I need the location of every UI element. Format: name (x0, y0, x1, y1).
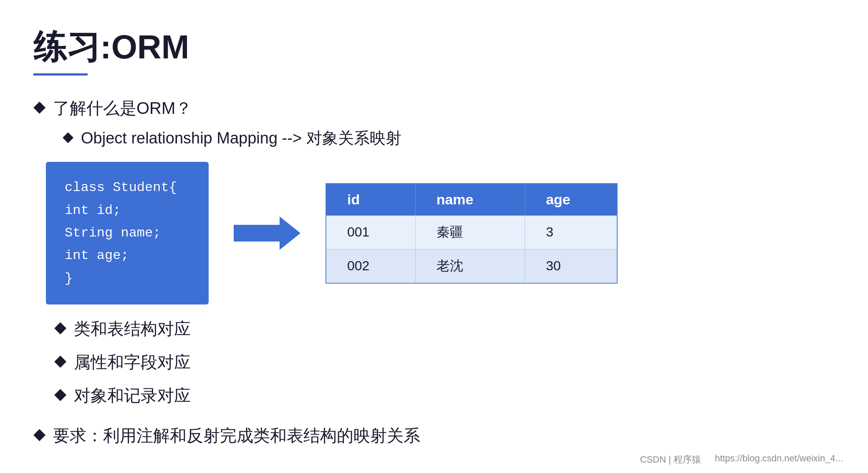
watermark-url: https://blog.csdn.net/weixin_4... (715, 453, 843, 464)
table-row-1: 001 秦疆 3 (326, 215, 617, 249)
code-line-3: String name; (65, 222, 190, 244)
sub-diamond-icon-1: ◆ (63, 127, 73, 146)
list-text-1: 类和表结构对应 (74, 317, 191, 340)
code-line-5: } (65, 267, 190, 290)
csdn-badge-text: CSDN | 程序猿 (640, 453, 701, 466)
list-item-1: ◆ 类和表结构对应 (54, 317, 835, 340)
diagram-area: class Student{ int id; String name; int … (46, 162, 835, 304)
table-cell-name-2: 老沈 (415, 249, 525, 283)
bottom-bullet-text: 要求：利用注解和反射完成类和表结构的映射关系 (53, 424, 420, 447)
sub-bullet-1: ◆ Object relationship Mapping --> 对象关系映射 (63, 127, 835, 149)
diamond-icon-list-2: ◆ (54, 350, 66, 371)
page-title: 练习:ORM (33, 25, 835, 70)
sub-text-1: Object relationship Mapping --> 对象关系映射 (81, 127, 401, 149)
bottom-bullet: ◆ 要求：利用注解和反射完成类和表结构的映射关系 (33, 424, 835, 447)
table-header-age: age (525, 184, 617, 216)
diamond-icon-bottom: ◆ (33, 424, 45, 444)
list-item-2: ◆ 属性和字段对应 (54, 350, 835, 374)
table-cell-name-1: 秦疆 (415, 215, 525, 249)
code-line-1: class Student{ (65, 176, 190, 199)
table-cell-age-1: 3 (525, 215, 617, 249)
bullet-item-1: ◆ 了解什么是ORM？ (33, 96, 835, 120)
bullet-text-1: 了解什么是ORM？ (53, 96, 192, 120)
code-line-4: int age; (65, 244, 190, 267)
table-header-name: name (415, 184, 525, 216)
arrow-icon (234, 214, 300, 252)
sub-bullet-list: ◆ 类和表结构对应 ◆ 属性和字段对应 ◆ 对象和记录对应 (54, 317, 835, 407)
table-cell-id-2: 002 (326, 249, 415, 283)
list-text-3: 对象和记录对应 (74, 384, 191, 407)
diamond-icon-list-3: ◆ (54, 384, 66, 404)
orm-table: id name age 001 秦疆 3 002 老沈 30 (326, 183, 618, 284)
table-header-id: id (326, 184, 415, 216)
title-underline (33, 73, 88, 75)
svg-marker-0 (234, 216, 300, 250)
table-cell-id-1: 001 (326, 215, 415, 249)
table-cell-age-2: 30 (525, 249, 617, 283)
code-line-2: int id; (65, 199, 190, 222)
diamond-icon-list-1: ◆ (54, 317, 66, 337)
list-item-3: ◆ 对象和记录对应 (54, 384, 835, 407)
list-text-2: 属性和字段对应 (74, 350, 191, 374)
table-row-2: 002 老沈 30 (326, 249, 617, 283)
csdn-badge: CSDN | 程序猿 (640, 453, 701, 466)
code-box: class Student{ int id; String name; int … (46, 162, 209, 304)
diamond-icon-1: ◆ (33, 96, 45, 117)
